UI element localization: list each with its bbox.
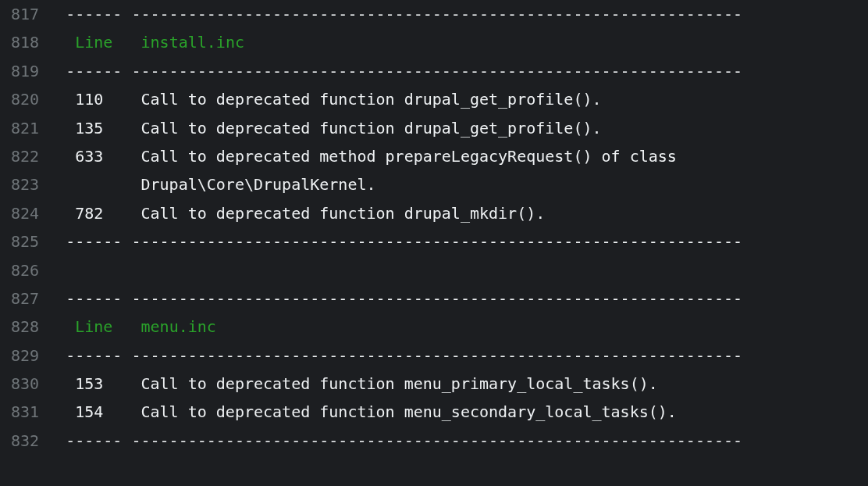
line-content (56, 256, 868, 284)
code-line: 826 (0, 256, 868, 284)
code-line: 822 633 Call to deprecated method prepar… (0, 142, 868, 170)
code-line: 820 110 Call to deprecated function drup… (0, 85, 868, 113)
line-number: 822 (0, 142, 56, 170)
code-line: 831 154 Call to deprecated function menu… (0, 398, 868, 426)
code-line: 832 ------ -----------------------------… (0, 427, 868, 455)
line-number: 829 (0, 341, 56, 370)
code-line: 827 ------ -----------------------------… (0, 284, 868, 313)
code-line: 828 Line menu.inc (0, 313, 868, 341)
line-number: 826 (0, 256, 56, 284)
line-number: 824 (0, 199, 56, 227)
line-content: ------ ---------------------------------… (56, 341, 868, 370)
code-line: 823 Drupal\Core\DrupalKernel. (0, 170, 868, 198)
line-number: 825 (0, 227, 56, 256)
code-line: 825 ------ -----------------------------… (0, 227, 868, 256)
code-line: 830 153 Call to deprecated function menu… (0, 370, 868, 398)
line-content: 154 Call to deprecated function menu_sec… (56, 398, 868, 426)
line-number: 819 (0, 57, 56, 85)
code-line: 819 ------ -----------------------------… (0, 57, 868, 85)
line-number: 831 (0, 398, 56, 426)
line-content: 782 Call to deprecated function drupal_m… (56, 199, 868, 227)
line-number: 830 (0, 370, 56, 398)
text-segment (56, 33, 75, 52)
line-number: 820 (0, 85, 56, 113)
line-content: ------ ---------------------------------… (56, 427, 868, 455)
text-segment (56, 317, 75, 336)
highlighted-text: install.inc (141, 33, 244, 52)
highlighted-text: Line (75, 33, 112, 52)
code-line: 824 782 Call to deprecated function drup… (0, 199, 868, 227)
line-content: Line install.inc (56, 28, 868, 56)
line-number: 827 (0, 284, 56, 313)
line-content: Line menu.inc (56, 313, 868, 341)
line-content: 153 Call to deprecated function menu_pri… (56, 370, 868, 398)
line-content: 633 Call to deprecated method prepareLeg… (56, 142, 868, 170)
line-content: ------ ---------------------------------… (56, 0, 868, 28)
code-block: 817 ------ -----------------------------… (0, 0, 868, 455)
line-number: 828 (0, 313, 56, 341)
line-number: 821 (0, 114, 56, 142)
line-content: 110 Call to deprecated function drupal_g… (56, 85, 868, 113)
line-content: ------ ---------------------------------… (56, 227, 868, 256)
text-segment (112, 33, 141, 52)
line-number: 817 (0, 0, 56, 28)
line-content: ------ ---------------------------------… (56, 57, 868, 85)
line-number: 832 (0, 427, 56, 455)
highlighted-text: Line (75, 317, 112, 336)
text-segment (112, 317, 141, 336)
code-line: 818 Line install.inc (0, 28, 868, 56)
highlighted-text: menu.inc (141, 317, 216, 336)
code-line: 829 ------ -----------------------------… (0, 341, 868, 370)
line-content: ------ ---------------------------------… (56, 284, 868, 313)
line-number: 823 (0, 170, 56, 198)
code-line: 821 135 Call to deprecated function drup… (0, 114, 868, 142)
line-content: Drupal\Core\DrupalKernel. (56, 170, 868, 198)
code-line: 817 ------ -----------------------------… (0, 0, 868, 28)
line-content: 135 Call to deprecated function drupal_g… (56, 114, 868, 142)
line-number: 818 (0, 28, 56, 56)
